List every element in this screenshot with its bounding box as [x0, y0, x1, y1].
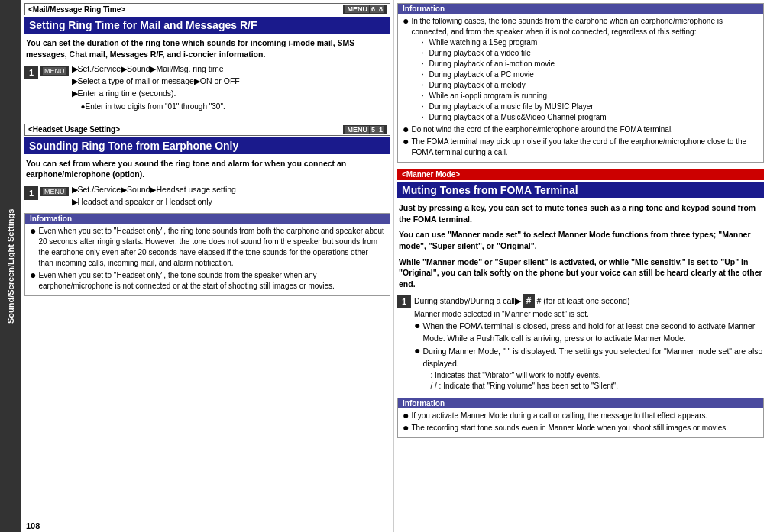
mail-ring-title: Setting Ring Time for Mail and Messages …	[24, 17, 390, 34]
top-bullet2-text: Do not wind the cord of the earphone/mic…	[411, 124, 672, 135]
manner-step1-note1: Manner mode selected in "Manner mode set…	[414, 308, 764, 321]
headset-bullet2: ● Even when you set to "Headset only", t…	[30, 270, 385, 292]
manner-step1-content: During standby/During a call▶ # # (for a…	[414, 294, 764, 393]
headset-step-number-1: 1	[24, 186, 38, 200]
manner-body2: You can use "Manner mode set" to select …	[394, 227, 767, 253]
manner-step-number-1: 1	[397, 295, 411, 308]
sidebar-label: Sound/Screen/Light Settings	[6, 208, 15, 323]
manner-body2-text: You can use "Manner mode set" to select …	[399, 230, 751, 250]
hash-icon: #	[523, 294, 535, 308]
mail-ring-menu-badge: MENU 6 8	[343, 5, 387, 14]
sub-bullet-5: ・During playback of a melody	[419, 80, 759, 91]
sub-bullet-4: ・During playback of a PC movie	[419, 69, 759, 80]
top-bullet1-text: In the following cases, the tone sounds …	[411, 16, 759, 123]
manner-bullet-dot-1: ●	[414, 320, 420, 330]
headset-menu-badge: MENU 5 1	[343, 125, 387, 134]
top-bullet-dot-2: ●	[403, 124, 409, 134]
manner-step1-bullet1-text: When the FOMA terminal is closed, press …	[422, 321, 764, 345]
mail-ring-step1-content: ▶Set./Service▶Sound▶Mail/Msg. ring time …	[72, 63, 240, 112]
manner-step1-bullet1: ● When the FOMA terminal is closed, pres…	[414, 321, 764, 345]
manner-section-header: <Manner Mode>	[397, 169, 764, 180]
step1-line1: ▶Set./Service▶Sound▶Mail/Msg. ring time	[72, 63, 240, 76]
manner-step1-hash-label: # (for at least one second)	[536, 296, 629, 305]
sub-bullets: ・While watching a 1Seg program ・During p…	[411, 37, 759, 123]
manner-header-label: <Manner Mode>	[402, 170, 460, 179]
sidebar: Sound/Screen/Light Settings	[0, 0, 21, 532]
top-bullet-dot-3: ●	[403, 136, 409, 147]
top-info-header: Information	[398, 4, 763, 14]
sub-bullet-7: ・During playback of a music file by MUSI…	[419, 102, 759, 112]
manner-step1-bullet2-container: During Manner Mode, " " is displayed. Th…	[422, 346, 764, 392]
manner-body3: While "Manner mode" or "Super silent" is…	[394, 254, 767, 292]
headset-title: Sounding Ring Tone from Earphone Only	[24, 137, 390, 154]
headset-info-header: Information	[25, 214, 390, 224]
manner-body3-text: While "Manner mode" or "Super silent" is…	[399, 257, 762, 289]
manner-title: Muting Tones from FOMA Terminal	[397, 182, 764, 198]
bottom-info-header: Information	[398, 398, 763, 408]
sub-bullet-8: ・During playback of a Music&Video Channe…	[419, 112, 759, 123]
step1-line2: ▶Select a type of mail or message▶ON or …	[72, 76, 240, 88]
manner-body1-text: Just by pressing a key, you can set to m…	[399, 203, 756, 224]
mail-ring-step1: 1 MENU ▶Set./Service▶Sound▶Mail/Msg. rin…	[21, 62, 393, 114]
headset-bullet1: ● Even when you set to "Headset only", t…	[30, 226, 385, 269]
mail-ring-body-text: You can set the duration of the ring ton…	[26, 38, 354, 59]
manner-sub2: / / : Indicate that "Ring volume" has be…	[430, 381, 764, 392]
top-bullet3: ● The FOMA terminal may pick up noise if…	[403, 137, 759, 158]
headset-section-header: <Headset Usage Setting> MENU 5 1	[24, 124, 390, 136]
headset-header-label: <Headset Usage Setting>	[28, 125, 120, 134]
mail-ring-num2: 8	[377, 5, 384, 13]
manner-body1: Just by pressing a key, you can set to m…	[394, 200, 767, 227]
mail-ring-body: You can set the duration of the ring ton…	[21, 35, 393, 62]
headset-step1-line2: ▶Headset and speaker or Headset only	[72, 196, 236, 208]
bottom-bullet1: ● If you activate Manner Mode during a c…	[403, 411, 759, 421]
top-info-box: Information ● In the following cases, th…	[397, 3, 764, 163]
bottom-bullet2: ● The recording start tone sounds even i…	[403, 423, 759, 434]
manner-step1-bullet2: ● During Manner Mode, " " is displayed. …	[414, 346, 764, 392]
right-column: Information ● In the following cases, th…	[394, 0, 767, 532]
manner-step1: 1 During standby/During a call▶ # # (for…	[394, 292, 767, 395]
headset-step-menu-icon: MENU	[43, 188, 66, 195]
bullet-dot-2: ●	[30, 269, 36, 280]
top-bullet3-text: The FOMA terminal may pick up noise if y…	[411, 137, 759, 158]
headset-body: You can set from where you sound the rin…	[21, 156, 393, 182]
left-column: <Mail/Message Ring Time> MENU 6 8 Settin…	[21, 0, 394, 532]
mail-ring-num1: 6	[370, 5, 377, 13]
page-number: 108	[21, 520, 393, 532]
top-bullet-dot-1: ●	[403, 15, 409, 26]
top-bullet2: ● Do not wind the cord of the earphone/m…	[403, 124, 759, 135]
bottom-info-content: ● If you activate Manner Mode during a c…	[398, 408, 763, 437]
headset-step1: 1 MENU ▶Set./Service▶Sound▶Headset usage…	[21, 182, 393, 210]
mail-ring-header-label: <Mail/Message Ring Time>	[28, 5, 125, 14]
step-number-1: 1	[24, 66, 38, 79]
headset-num1: 5	[370, 126, 377, 134]
headset-menu-icon: MENU	[345, 126, 369, 134]
manner-sub-bullets: : Indicates that "Vibrator" will work to…	[422, 370, 764, 392]
manner-step1-bullet2-text: During Manner Mode, " " is displayed. Th…	[422, 347, 762, 368]
headset-bullet2-text: Even when you set to "Headset only", the…	[38, 270, 385, 292]
sub-bullet-6: ・While an i-oppli program is running	[419, 91, 759, 102]
manner-step1-label: During standby/During a call▶	[414, 296, 521, 305]
mail-ring-section-header: <Mail/Message Ring Time> MENU 6 8	[24, 3, 390, 15]
step1-note: ●Enter in two digits from "01" through "…	[72, 100, 240, 113]
top-info-content: ● In the following cases, the tone sound…	[398, 14, 763, 162]
headset-step1-line1: ▶Set./Service▶Sound▶Headset usage settin…	[72, 184, 236, 196]
step1-menu-badge: MENU	[40, 66, 69, 76]
headset-body-text: You can set from where you sound the rin…	[26, 159, 346, 179]
bullet-dot-1: ●	[30, 225, 36, 236]
bottom-bullet-dot-2: ●	[403, 422, 409, 433]
sub-bullet-2: ・During playback of a video file	[419, 48, 759, 59]
headset-step1-content: ▶Set./Service▶Sound▶Headset usage settin…	[72, 184, 236, 208]
headset-step-menu-badge: MENU	[40, 187, 69, 196]
headset-num2: 1	[377, 126, 384, 134]
headset-info-content: ● Even when you set to "Headset only", t…	[25, 224, 390, 295]
sub-bullet-3: ・During playback of an i-motion movie	[419, 59, 759, 69]
bottom-bullet2-text: The recording start tone sounds even in …	[411, 423, 728, 434]
headset-info-box: Information ● Even when you set to "Head…	[24, 213, 390, 296]
manner-bullet-dot-2: ●	[414, 345, 420, 356]
bottom-bullet1-text: If you activate Manner Mode during a cal…	[411, 411, 707, 421]
manner-sub1: : Indicates that "Vibrator" will work to…	[430, 370, 764, 381]
bottom-info-box: Information ● If you activate Manner Mod…	[397, 398, 764, 438]
menu-icon: MENU	[345, 5, 369, 13]
main-content: <Mail/Message Ring Time> MENU 6 8 Settin…	[21, 0, 767, 532]
sub-bullet-1: ・While watching a 1Seg program	[419, 37, 759, 48]
